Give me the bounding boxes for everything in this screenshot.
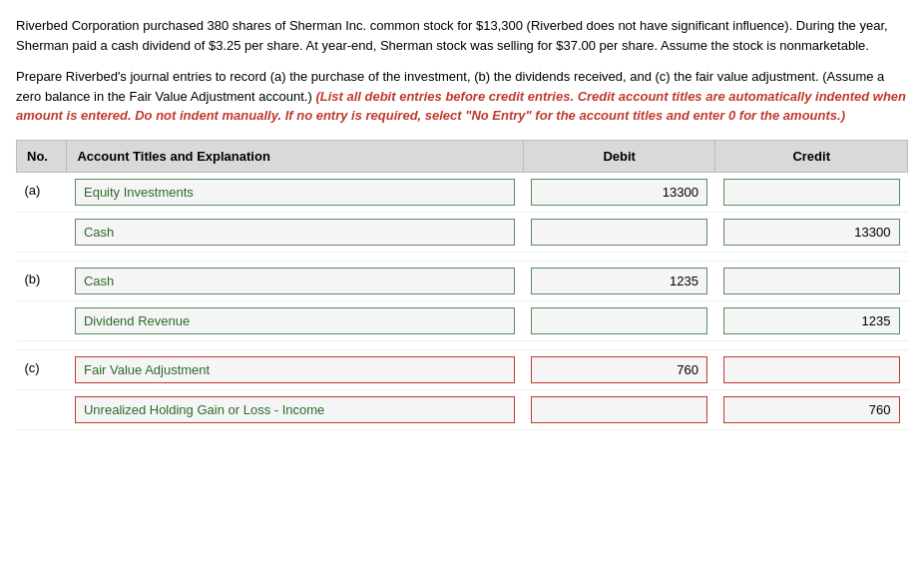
instructions: Prepare Riverbed's journal entries to re…: [16, 67, 908, 126]
debit-input-c2[interactable]: [531, 396, 707, 423]
description-1: Riverbed Corporation purchased 380 share…: [16, 16, 908, 55]
row-label: [17, 300, 67, 340]
account-input-b2[interactable]: [75, 307, 515, 334]
credit-input-a2[interactable]: [723, 219, 900, 246]
row-label: (a): [17, 172, 67, 212]
account-input-c[interactable]: [75, 356, 515, 383]
col-header-no: No.: [17, 140, 67, 172]
row-label: (c): [17, 349, 67, 389]
credit-input-b2[interactable]: [723, 307, 900, 334]
spacer-row: [17, 340, 908, 349]
journal-table: No. Account Titles and Explanation Debit…: [16, 140, 908, 430]
account-input-b[interactable]: [75, 268, 515, 294]
debit-input-a[interactable]: [531, 179, 707, 206]
account-input-c2[interactable]: [75, 396, 515, 423]
spacer-row: [17, 252, 908, 261]
credit-input-c[interactable]: [723, 356, 900, 383]
table-row: [17, 389, 908, 429]
credit-input-a[interactable]: [723, 179, 900, 206]
row-label: (b): [17, 261, 67, 300]
table-row: [17, 300, 908, 340]
table-row: (a): [17, 172, 908, 212]
credit-input-c2[interactable]: [723, 396, 900, 423]
table-row: (b): [17, 261, 908, 300]
debit-input-a2[interactable]: [531, 219, 707, 246]
debit-input-b[interactable]: [531, 268, 707, 294]
credit-input-b[interactable]: [723, 268, 900, 294]
account-input-a2[interactable]: [75, 219, 515, 246]
table-row: [17, 212, 908, 252]
table-row: (c): [17, 349, 908, 389]
account-input-a[interactable]: [75, 179, 515, 206]
col-header-debit: Debit: [523, 140, 715, 172]
col-header-account: Account Titles and Explanation: [67, 140, 523, 172]
row-label: [17, 389, 67, 429]
row-label: [17, 212, 67, 252]
debit-input-c[interactable]: [531, 356, 707, 383]
debit-input-b2[interactable]: [531, 307, 707, 334]
col-header-credit: Credit: [715, 140, 908, 172]
